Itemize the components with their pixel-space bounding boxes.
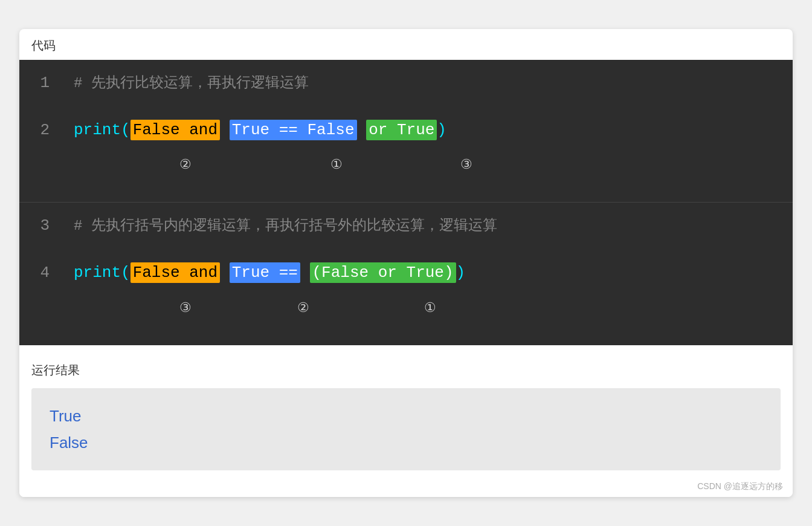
annotation-row-2: ③ ② ① bbox=[19, 297, 793, 345]
result-section: 运行结果 True False bbox=[19, 345, 793, 476]
print-close-1: ) bbox=[437, 121, 446, 139]
annotation-2-1: ① bbox=[424, 297, 436, 318]
line-number-4: 4 bbox=[19, 250, 62, 297]
result-true: True bbox=[50, 403, 762, 429]
annotations-1: ② ① ③ bbox=[62, 154, 793, 184]
main-card: 代码 1 # 先执行比较运算，再执行逻辑运算 2 print(False and… bbox=[19, 29, 793, 497]
or-true-highlight: or True bbox=[366, 120, 437, 140]
code-block: 1 # 先执行比较运算，再执行逻辑运算 2 print(False and Tr… bbox=[19, 60, 793, 345]
code-line-1: 1 # 先执行比较运算，再执行逻辑运算 bbox=[19, 60, 793, 107]
print-close-2: ) bbox=[456, 264, 466, 282]
annotation-1-3: ③ bbox=[460, 154, 472, 175]
line-content-4: print(False and True == (False or True)) bbox=[62, 250, 793, 297]
comment-1: # 先执行比较运算，再执行逻辑运算 bbox=[74, 75, 309, 91]
false-and-highlight-2: False and bbox=[130, 262, 220, 283]
line-number-3: 3 bbox=[19, 203, 62, 250]
result-section-label: 运行结果 bbox=[31, 354, 781, 385]
code-section-label: 代码 bbox=[19, 29, 793, 60]
footer: CSDN @追逐远方的移 bbox=[19, 476, 793, 497]
false-or-true-highlight: (False or True) bbox=[310, 262, 456, 283]
result-false: False bbox=[50, 429, 762, 456]
result-block: True False bbox=[31, 388, 781, 470]
line-number-1: 1 bbox=[19, 60, 62, 107]
annotation-1-1: ① bbox=[330, 154, 343, 175]
line-content-3: # 先执行括号内的逻辑运算，再执行括号外的比较运算，逻辑运算 bbox=[62, 203, 793, 250]
true-eq-false-highlight: True == False bbox=[230, 120, 357, 140]
line-content-1: # 先执行比较运算，再执行逻辑运算 bbox=[62, 60, 793, 107]
annotations-2: ③ ② ① bbox=[62, 297, 793, 327]
code-line-2: 2 print(False and True == False or True) bbox=[19, 107, 793, 154]
code-line-4: 4 print(False and True == (False or True… bbox=[19, 250, 793, 297]
print-keyword-1: print( bbox=[74, 121, 130, 139]
annotation-row-1: ② ① ③ bbox=[19, 154, 793, 202]
true-eq-highlight: True == bbox=[230, 262, 300, 283]
comment-3: # 先执行括号内的逻辑运算，再执行括号外的比较运算，逻辑运算 bbox=[74, 218, 497, 234]
false-and-highlight: False and bbox=[130, 120, 220, 140]
annotation-2-2: ② bbox=[297, 297, 309, 318]
line-content-2: print(False and True == False or True) bbox=[62, 107, 793, 154]
line-number-2: 2 bbox=[19, 107, 62, 154]
annotation-2-3: ③ bbox=[179, 297, 192, 318]
annotation-1-2: ② bbox=[179, 154, 192, 175]
code-line-3: 3 # 先执行括号内的逻辑运算，再执行括号外的比较运算，逻辑运算 bbox=[19, 203, 793, 250]
print-keyword-2: print( bbox=[74, 264, 130, 282]
